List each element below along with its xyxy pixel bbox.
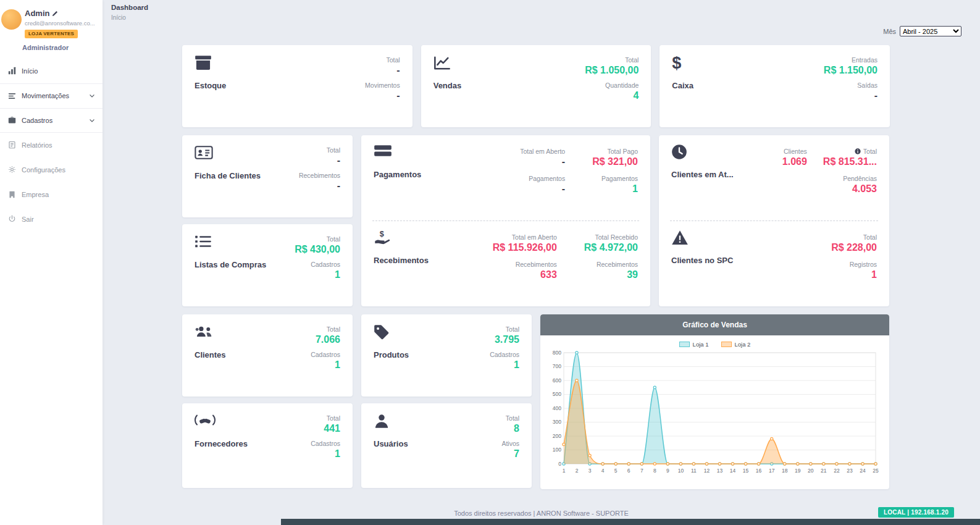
stat-value: 1 [632, 183, 638, 195]
svg-text:11: 11 [691, 468, 697, 474]
clock-icon [671, 144, 734, 162]
briefcase-icon [7, 116, 16, 124]
sidebar-item-inicio[interactable]: Início [0, 59, 103, 83]
chevron-down-icon [89, 93, 95, 99]
svg-text:18: 18 [782, 468, 788, 474]
user-icon [374, 413, 408, 432]
svg-text:22: 22 [834, 468, 840, 474]
chart-line-icon [433, 55, 462, 74]
section-recebimentos: $ Recebimentos Total em AbertoR$ 115.926… [361, 221, 650, 306]
card-atraso-spc: Clientes em At... Clientes1.069 Total [659, 135, 889, 306]
card-title: Clientes [195, 350, 226, 361]
sidebar-menu: Início Movimentações Cadastros Relatório… [0, 59, 103, 232]
edit-pencil-icon[interactable] [52, 10, 58, 17]
stat-value: R$ 430,00 [295, 244, 340, 255]
svg-text:0: 0 [558, 461, 561, 467]
svg-text:10: 10 [678, 468, 684, 474]
user-email: credit@anronsoftware.co... [25, 20, 98, 27]
sales-chart: 0100200300400500600700800123456789101112… [547, 348, 883, 475]
clipboard-icon [7, 141, 16, 149]
svg-text:300: 300 [553, 419, 561, 425]
section-clientes-spc: Clientes no SPC TotalR$ 228,00 Registros… [659, 221, 889, 306]
svg-text:800: 800 [553, 350, 561, 356]
sidebar-item-label: Configurações [22, 166, 65, 174]
card-title: Ficha de Clientes [195, 171, 261, 182]
user-name: Admin [25, 9, 49, 18]
bottom-bar [281, 519, 980, 525]
id-card-icon [195, 145, 261, 164]
sidebar-item-relatorios[interactable]: Relatórios [0, 133, 103, 158]
sidebar-item-movimentacoes[interactable]: Movimentações [0, 83, 103, 108]
stat-value: 4.053 [852, 183, 877, 195]
svg-text:17: 17 [769, 468, 775, 474]
stat-value: - [396, 90, 400, 101]
legend-item[interactable]: Loja 2 [721, 341, 751, 348]
card-title: Produtos [374, 350, 409, 361]
chevron-down-icon [89, 117, 95, 124]
legend-swatch [679, 342, 690, 347]
card-estoque: Estoque Total- Movimentos- [182, 45, 413, 127]
svg-text:$: $ [380, 230, 384, 238]
stat-value: R$ 815.31... [823, 156, 877, 167]
stat-value: 4 [633, 90, 639, 101]
legend-swatch [721, 342, 732, 347]
store-badge: LOJA VERTENTES [25, 30, 78, 38]
breadcrumb[interactable]: Início [111, 14, 980, 21]
stat-value: 1.069 [782, 156, 807, 167]
chart-title: Gráfico de Vendas [540, 314, 889, 335]
month-select[interactable]: Abril - 2025 [900, 26, 961, 36]
card-produtos: Produtos Total3.795 Cadastros1 [361, 314, 532, 397]
svg-text:600: 600 [553, 377, 561, 384]
month-label: Mês [883, 28, 896, 35]
legend-item[interactable]: Loja 1 [679, 341, 709, 348]
dollar-icon: $ [672, 55, 693, 74]
stat-value: - [874, 90, 877, 101]
svg-text:16: 16 [756, 468, 762, 474]
svg-text:4: 4 [601, 468, 605, 474]
info-icon[interactable] [855, 148, 861, 154]
stat-value: 8 [514, 423, 519, 434]
sidebar-item-label: Movimentações [22, 92, 69, 99]
svg-text:2: 2 [576, 468, 579, 474]
stat-value: - [396, 65, 400, 76]
sidebar-item-cadastros[interactable]: Cadastros [0, 108, 103, 133]
chart-legend: Loja 1Loja 2 [679, 341, 751, 348]
money-check-icon [374, 144, 421, 162]
stat-value: R$ 321,00 [592, 156, 638, 167]
svg-text:9: 9 [666, 468, 669, 474]
stat-value: R$ 1.050,00 [585, 65, 639, 76]
user-role: Administrador [22, 44, 98, 51]
card-vendas: Vendas TotalR$ 1.050,00 Quantidade4 [421, 45, 651, 127]
svg-text:1: 1 [563, 468, 566, 474]
card-title: Estoque [195, 81, 226, 91]
svg-text:19: 19 [795, 468, 801, 474]
sidebar-item-empresa[interactable]: Empresa [0, 182, 103, 207]
svg-text:700: 700 [553, 363, 561, 369]
stat-value: 3.795 [495, 334, 519, 345]
card-listas-compras: Listas de Compras TotalR$ 430,00 Cadastr… [182, 224, 353, 306]
lines-icon [7, 92, 16, 100]
card-usuarios: Usuários Total8 Ativos7 [361, 403, 532, 488]
svg-text:13: 13 [717, 468, 723, 474]
svg-text:5: 5 [614, 468, 618, 474]
card-ficha-clientes: Ficha de Clientes Total- Recebimentos- [182, 135, 353, 217]
stat-value: - [562, 156, 565, 167]
stat-value: R$ 4.972,00 [584, 242, 638, 253]
card-title: Clientes em At... [671, 170, 734, 180]
svg-text:3: 3 [588, 468, 592, 474]
stat-value: 7.066 [316, 334, 340, 345]
card-title: Vendas [433, 81, 462, 91]
hand-dollar-icon: $ [374, 230, 429, 248]
sidebar-item-label: Relatórios [22, 141, 52, 149]
sidebar-item-sair[interactable]: Sair [0, 207, 103, 232]
sidebar-item-label: Cadastros [22, 117, 52, 124]
support-link[interactable]: SUPORTE [596, 510, 629, 517]
sales-chart-card: Gráfico de Vendas Loja 1Loja 2 010020030… [540, 314, 889, 489]
sidebar-item-configuracoes[interactable]: Configurações [0, 158, 103, 182]
sidebar-item-label: Início [22, 67, 38, 75]
handshake-icon [195, 413, 248, 432]
svg-text:8: 8 [653, 468, 656, 474]
gear-icon [7, 166, 16, 174]
stat-value: 1 [335, 269, 340, 280]
bar-chart-icon [7, 67, 16, 75]
